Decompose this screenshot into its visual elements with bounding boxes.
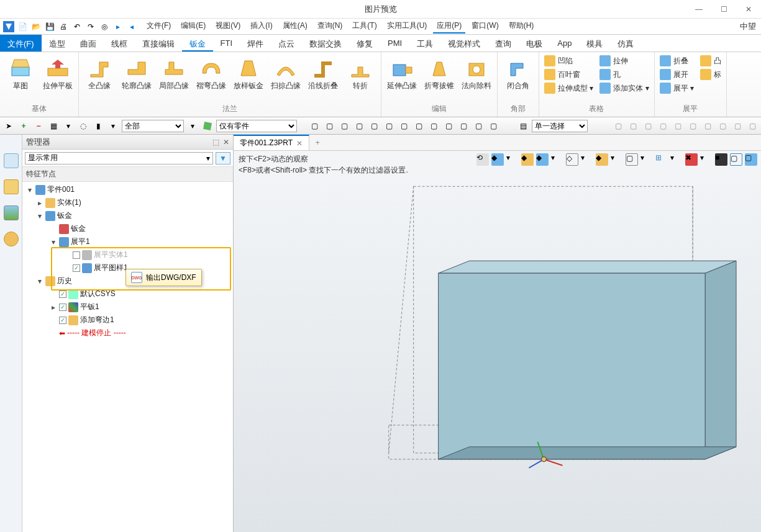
btn-sketch[interactable]: 草图 (2, 53, 39, 104)
tool-icon[interactable]: ▢ (487, 120, 499, 132)
menu-app[interactable]: 应用(P) (433, 19, 465, 34)
tool-icon[interactable]: ▢ (672, 120, 684, 132)
tool-icon[interactable]: ▢ (398, 120, 410, 132)
display-combo[interactable]: 显示常用▾ (25, 152, 213, 165)
tool-icon[interactable]: ▢ (427, 120, 440, 132)
chevron-down-icon[interactable]: ▾ (186, 120, 199, 132)
checkbox[interactable]: ✓ (59, 291, 66, 298)
play-fwd-icon[interactable]: ◂ (125, 20, 138, 33)
btn-flatten[interactable]: 展平 ▾ (658, 82, 695, 94)
pointer-icon[interactable]: ➤ (2, 120, 15, 132)
strip-cube-icon[interactable] (4, 153, 19, 168)
btn-fold[interactable]: 折叠 (658, 55, 695, 67)
tab-sim[interactable]: 仿真 (610, 35, 641, 52)
btn-louver[interactable]: 百叶窗 (543, 68, 595, 81)
tool-icon[interactable]: ▢ (323, 120, 335, 132)
tool-icon[interactable]: ▢ (701, 120, 714, 132)
tab-repair[interactable]: 修复 (349, 35, 380, 52)
tab-electrode[interactable]: 电极 (519, 35, 550, 52)
tool-icon[interactable]: ▢ (412, 120, 425, 132)
select-mode-combo[interactable]: 单一选择 (532, 120, 588, 132)
tool-icon[interactable]: ▢ (716, 120, 729, 132)
btn-unfold[interactable]: 展开 (658, 68, 695, 81)
target-icon[interactable]: ◎ (98, 20, 111, 33)
tree-sheetmetal[interactable]: ▾钣金 (22, 209, 233, 222)
filter-icon[interactable]: ▮ (92, 120, 104, 132)
btn-full-flange[interactable]: 全凸缘 (81, 53, 117, 104)
tab-fti[interactable]: FTI (213, 35, 240, 52)
menu-query[interactable]: 查询(N) (314, 19, 347, 34)
filter-combo-2[interactable]: 仅有零件 (216, 120, 297, 132)
tool-icon[interactable]: ▢ (746, 120, 759, 132)
tab-pmi[interactable]: PMI (380, 35, 409, 52)
chevron-down-icon[interactable]: ▾ (62, 120, 75, 132)
strip-image-icon[interactable] (4, 205, 19, 220)
tab-pointcloud[interactable]: 点云 (271, 35, 302, 52)
tool-icon[interactable]: ▢ (657, 120, 669, 132)
btn-extend-flange[interactable]: 延伸凸缘 (384, 53, 420, 104)
tree-entity[interactable]: ▸实体(1) (22, 196, 233, 209)
btn-hole[interactable]: 孔 (598, 68, 650, 81)
tab-weld[interactable]: 焊件 (240, 35, 271, 52)
select-lasso-icon[interactable]: ◌ (77, 120, 89, 132)
new-icon[interactable]: 📄 (16, 20, 29, 33)
btn-dimple[interactable]: 凹陷 (543, 55, 595, 67)
tool-icon[interactable]: ▢ (686, 120, 699, 132)
checkbox[interactable]: ✓ (59, 304, 66, 311)
tree-stop[interactable]: ⬅----- 建模停止 ----- (22, 327, 233, 340)
btn-local-flange[interactable]: 局部凸缘 (156, 53, 192, 104)
strip-box-icon[interactable] (4, 179, 19, 194)
btn-taper[interactable]: 折弯拔锥 (421, 53, 457, 104)
select-box-icon[interactable]: ▦ (47, 120, 60, 132)
btn-profile-flange[interactable]: 轮廓凸缘 (119, 53, 155, 104)
tree-sheetmetal-child[interactable]: 钣金 (22, 222, 233, 235)
checkbox[interactable] (73, 251, 80, 259)
tree-flat-entity[interactable]: 展平实体1 (22, 248, 233, 261)
tab-query[interactable]: 查询 (488, 35, 519, 52)
filter-funnel-icon[interactable]: ▼ (216, 152, 230, 165)
add-tab-button[interactable]: + (309, 135, 326, 150)
chevron-down-icon[interactable]: ▾ (107, 120, 119, 132)
tool-icon[interactable]: ▢ (642, 120, 654, 132)
tab-shape[interactable]: 造型 (42, 35, 73, 52)
tab-sheetmetal[interactable]: 钣金 (182, 35, 213, 52)
tree-add-bend[interactable]: ✓添加弯边1 (22, 313, 233, 327)
close-button[interactable]: ✕ (736, 0, 761, 19)
tool-icon[interactable]: ▢ (442, 120, 455, 132)
tool-icon[interactable]: ▢ (368, 120, 380, 132)
manager-close-icon[interactable]: ✕ (223, 138, 229, 147)
tool-icon[interactable]: ▢ (457, 120, 470, 132)
close-tab-icon[interactable]: ✕ (296, 139, 303, 148)
save-icon[interactable]: 💾 (43, 20, 56, 33)
tree-flatten[interactable]: ▾展平1 (22, 235, 233, 248)
menu-attr[interactable]: 属性(A) (279, 19, 311, 34)
cube-icon[interactable] (201, 120, 214, 132)
tool-icon[interactable]: ▢ (472, 120, 485, 132)
tab-mold[interactable]: 模具 (579, 35, 610, 52)
btn-close-corner[interactable]: 闭合角 (500, 53, 536, 104)
btn-extrude[interactable]: 拉伸 (598, 55, 650, 67)
tool-icon[interactable]: ▢ (353, 120, 365, 132)
undo-icon[interactable]: ↶ (71, 20, 83, 33)
btn-extrude-flat[interactable]: 拉伸平板 (40, 53, 76, 104)
redo-icon[interactable]: ↷ (84, 20, 97, 33)
print-icon[interactable]: 🖨 (57, 20, 70, 33)
context-menu-export[interactable]: DWG 输出DWG/DXF (125, 269, 202, 286)
menu-help[interactable]: 帮助(H) (505, 19, 538, 34)
menu-file[interactable]: 文件(F) (143, 19, 175, 34)
maximize-button[interactable]: ☐ (711, 0, 736, 19)
menu-insert[interactable]: 插入(I) (247, 19, 276, 34)
btn-loft-sheet[interactable]: 放样钣金 (230, 53, 267, 104)
tool-icon[interactable]: ▢ (338, 120, 350, 132)
menu-window[interactable]: 窗口(W) (468, 19, 502, 34)
app-icon[interactable] (2, 20, 15, 33)
tab-tools[interactable]: 工具 (409, 35, 440, 52)
tool-icon[interactable]: ▢ (612, 120, 624, 132)
tree-root[interactable]: ▾零件001 (22, 183, 233, 196)
btn-form-extrude[interactable]: 拉伸成型 ▾ (543, 82, 595, 94)
plus-icon[interactable]: + (17, 120, 30, 132)
menu-tool[interactable]: 工具(T) (349, 19, 380, 34)
tree-flat-bend[interactable]: ▸✓平钣1 (22, 300, 233, 313)
checkbox[interactable]: ✓ (59, 317, 66, 324)
checkbox[interactable]: ✓ (73, 264, 80, 272)
